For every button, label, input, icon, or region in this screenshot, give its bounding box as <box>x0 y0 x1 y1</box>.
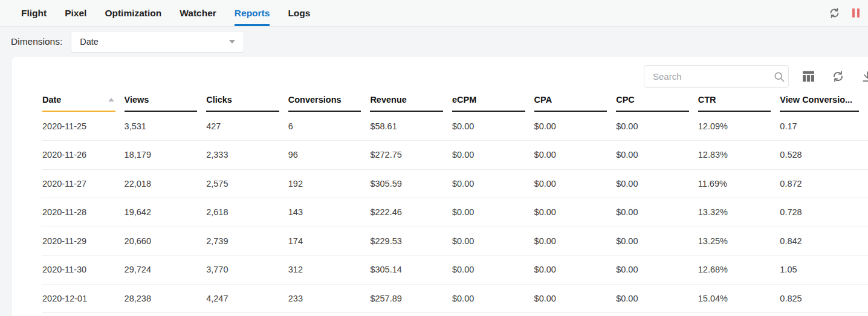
cell-date: 2020-11-28 <box>42 198 125 227</box>
table-row: 2020-11-3029,7243,770312$305.14$0.00$0.0… <box>42 256 868 285</box>
cell-revenue: $305.14 <box>370 256 452 285</box>
cell-cpc: $0.00 <box>616 169 698 198</box>
dimensions-select[interactable]: Date <box>71 31 244 53</box>
cell-date: 2020-11-30 <box>42 256 125 285</box>
cell-view_conversions: 0.528 <box>780 141 868 170</box>
cell-cpc: $0.00 <box>616 227 698 256</box>
column-label: CTR <box>698 95 716 105</box>
cell-cpa: $0.00 <box>534 256 617 285</box>
cell-ecpm: $0.00 <box>452 227 534 256</box>
column-header-cpc[interactable]: CPC <box>616 91 698 112</box>
column-label: View Conversio... <box>780 95 852 105</box>
filter-row: Dimensions: Date <box>0 27 868 57</box>
cell-date: 2020-11-26 <box>42 141 125 170</box>
column-header-conversions[interactable]: Conversions <box>288 91 371 112</box>
cell-revenue: $305.59 <box>370 169 452 198</box>
refresh-icon[interactable] <box>829 7 840 19</box>
columns-icon[interactable] <box>802 71 815 82</box>
dimensions-selected-value: Date <box>80 37 99 47</box>
cell-clicks: 4,247 <box>206 284 288 313</box>
tab-reports[interactable]: Reports <box>235 0 270 26</box>
search-input[interactable] <box>653 71 773 82</box>
cell-ctr: 12.09% <box>698 112 780 141</box>
cell-ctr: 13.25% <box>698 227 780 256</box>
cell-views: 20,660 <box>125 227 207 256</box>
cell-cpa: $0.00 <box>534 169 617 198</box>
cell-ecpm: $0.00 <box>452 169 534 198</box>
cell-view_conversions: 0.17 <box>780 112 868 141</box>
table-row: 2020-11-2618,1792,33396$272.75$0.00$0.00… <box>42 141 868 170</box>
cell-cpa: $0.00 <box>534 141 617 170</box>
table-header-row: DateViewsClicksConversionsRevenueeCPMCPA… <box>42 91 868 112</box>
table-row: 2020-11-2920,6602,739174$229.53$0.00$0.0… <box>42 227 868 256</box>
cell-cpc: $0.00 <box>616 112 698 141</box>
cell-cpc: $0.00 <box>616 198 698 227</box>
column-label: CPC <box>616 95 635 105</box>
cell-ecpm: $0.00 <box>452 112 534 141</box>
cell-date: 2020-12-01 <box>42 284 125 313</box>
cell-cpc: $0.00 <box>616 141 698 170</box>
pause-icon[interactable] <box>852 8 860 18</box>
cell-view_conversions: 0.872 <box>780 169 868 198</box>
column-header-cpa[interactable]: CPA <box>534 91 617 112</box>
column-header-date[interactable]: Date <box>42 91 125 112</box>
cell-conversions: 96 <box>288 141 371 170</box>
column-header-views[interactable]: Views <box>125 91 207 112</box>
cell-views: 29,724 <box>125 256 207 285</box>
cell-revenue: $222.46 <box>370 198 452 227</box>
cell-conversions: 233 <box>288 284 371 313</box>
column-header-revenue[interactable]: Revenue <box>370 91 452 112</box>
cell-ctr: 12.83% <box>698 141 780 170</box>
cell-views: 22,018 <box>125 169 207 198</box>
dimensions-label: Dimensions: <box>11 36 62 47</box>
tab-pixel[interactable]: Pixel <box>65 0 86 26</box>
top-navigation: Flight Pixel Optimization Watcher Report… <box>0 0 868 27</box>
cell-conversions: 143 <box>288 198 371 227</box>
column-header-view_conversions[interactable]: View Conversio... <box>780 91 868 112</box>
cell-view_conversions: 1.05 <box>780 256 868 285</box>
cell-view_conversions: 0.728 <box>780 198 868 227</box>
cell-conversions: 192 <box>288 169 371 198</box>
download-icon[interactable] <box>861 70 868 83</box>
table-row: 2020-11-2722,0182,575192$305.59$0.00$0.0… <box>42 169 868 198</box>
column-header-clicks[interactable]: Clicks <box>206 91 288 112</box>
column-header-ecpm[interactable]: eCPM <box>452 91 534 112</box>
column-label: Date <box>42 95 61 105</box>
tab-logs[interactable]: Logs <box>288 0 310 26</box>
column-header-ctr[interactable]: CTR <box>698 91 780 112</box>
cell-revenue: $257.89 <box>370 284 452 313</box>
column-label: Views <box>125 95 149 105</box>
refresh-icon[interactable] <box>832 70 844 83</box>
cell-date: 2020-11-25 <box>42 112 125 141</box>
nav-actions <box>829 0 860 26</box>
cell-revenue: $272.75 <box>370 141 452 170</box>
cell-clicks: 3,770 <box>206 256 288 285</box>
cell-view_conversions: 0.842 <box>780 227 868 256</box>
table-toolbar <box>12 65 868 88</box>
cell-view_conversions: 0.825 <box>780 284 868 313</box>
cell-clicks: 2,575 <box>206 169 288 198</box>
table-row: 2020-11-2819,6422,618143$222.46$0.00$0.0… <box>42 198 868 227</box>
column-label: Revenue <box>370 95 406 105</box>
cell-clicks: 427 <box>206 112 288 141</box>
tab-flight[interactable]: Flight <box>21 0 47 26</box>
search-box[interactable] <box>644 65 789 88</box>
cell-date: 2020-11-27 <box>42 169 125 198</box>
cell-clicks: 2,739 <box>206 227 288 256</box>
cell-views: 18,179 <box>125 141 207 170</box>
cell-clicks: 2,333 <box>206 141 288 170</box>
column-label: Conversions <box>288 95 342 105</box>
cell-revenue: $229.53 <box>370 227 452 256</box>
tab-optimization[interactable]: Optimization <box>105 0 161 26</box>
table-row: 2020-12-0128,2384,247233$257.89$0.00$0.0… <box>42 284 868 313</box>
cell-views: 28,238 <box>125 284 207 313</box>
cell-cpa: $0.00 <box>534 112 617 141</box>
report-table: DateViewsClicksConversionsRevenueeCPMCPA… <box>42 91 868 313</box>
tab-watcher[interactable]: Watcher <box>180 0 216 26</box>
chevron-down-icon <box>229 40 235 44</box>
cell-cpc: $0.00 <box>616 284 698 313</box>
cell-cpa: $0.00 <box>534 227 617 256</box>
cell-conversions: 174 <box>288 227 371 256</box>
cell-ecpm: $0.00 <box>452 141 534 170</box>
cell-revenue: $58.61 <box>370 112 452 141</box>
